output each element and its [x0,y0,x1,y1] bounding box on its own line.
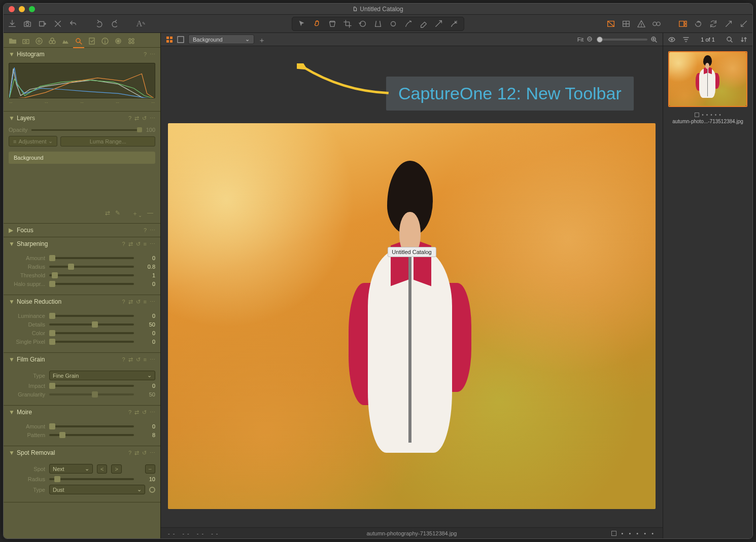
search-icon[interactable] [726,36,733,43]
grain-impact-slider[interactable] [49,385,134,387]
layer-background[interactable]: Background [9,152,155,164]
paste-adj-icon[interactable] [739,19,748,28]
adjustment-select[interactable]: ≡Adjustment⌄ [9,136,57,147]
grain-gran-slider[interactable] [49,393,134,395]
nr-det-slider[interactable] [49,323,134,326]
tab-lens-icon[interactable] [35,37,43,45]
more-icon[interactable]: ⋯ [150,356,155,363]
brush-tool-icon[interactable]: ✎ [115,209,120,218]
preset-icon[interactable]: ≡ [144,241,147,247]
help-icon[interactable]: ? [128,409,131,416]
help-icon[interactable]: ? [122,299,125,305]
more-icon[interactable]: ⋯ [150,450,155,456]
gradient-icon[interactable] [434,19,443,28]
warning-icon[interactable] [637,19,646,28]
zoom-out-icon[interactable] [587,36,594,43]
moire-header[interactable]: ▼ Moire ?⇄↺⋯ [4,406,160,419]
tab-output-icon[interactable] [114,37,122,45]
sort-icon[interactable] [740,36,747,43]
more-icon[interactable]: ⋯ [150,409,155,416]
spot-delete-button[interactable]: − [145,464,155,474]
spot-icon[interactable] [389,19,398,28]
grain-header[interactable]: ▼ Film Grain ?⇄↺≡⋯ [4,353,160,366]
spot-rad-value[interactable]: 10 [138,476,155,482]
sharp-halo-slider[interactable] [49,283,134,285]
reset-icon[interactable] [694,19,703,28]
add-layer-icon[interactable]: ＋⌄ [132,209,142,218]
refresh-icon[interactable] [709,19,718,28]
undo2-icon[interactable] [95,19,104,28]
copy-icon[interactable]: ⇄ [134,115,139,122]
tab-meta-icon[interactable] [101,37,109,45]
spot-next-select[interactable]: Next⌄ [49,464,93,474]
reject-icon[interactable] [53,19,62,28]
more-icon[interactable]: ⋯ [150,241,155,247]
help-icon[interactable]: ? [144,227,147,234]
tab-exposure-icon[interactable] [61,37,70,45]
nr-color-slider[interactable] [49,332,134,334]
reset-icon[interactable]: ↺ [142,115,147,122]
help-icon[interactable]: ? [128,450,131,456]
reset-icon[interactable]: ↺ [136,299,141,305]
sharp-amount-slider[interactable] [49,257,134,259]
more-icon[interactable]: ⋯ [150,115,155,122]
radial-icon[interactable] [450,19,459,28]
annotation-icon[interactable]: A✎ [136,19,146,28]
help-icon[interactable]: ? [144,51,147,58]
nr-lum-value[interactable]: 0 [138,313,155,319]
copy-icon[interactable]: ⇄ [134,409,139,416]
nr-lum-slider[interactable] [49,315,134,317]
crop-icon[interactable] [343,19,352,28]
spot-header[interactable]: ▼ Spot Removal ?⇄↺⋯ [4,446,160,459]
focus-mask-icon[interactable] [652,19,661,28]
redo-icon[interactable] [110,19,119,28]
select-icon[interactable] [297,19,306,28]
grain-type-select[interactable]: Fine Grain⌄ [49,371,155,380]
more-icon[interactable]: ⋯ [150,227,155,234]
sharp-threshold-slider[interactable] [49,274,134,276]
nr-sp-value[interactable]: 0 [138,339,155,345]
copy-icon[interactable]: ⇄ [128,241,133,247]
zoom-slider[interactable] [597,39,647,41]
sharp-radius-value[interactable]: 0.8 [138,264,155,270]
preset-icon[interactable]: ≡ [144,356,147,363]
spot-rad-slider[interactable] [49,478,134,480]
rotate-icon[interactable] [358,19,367,28]
histogram-header[interactable]: ▼ Histogram ?⋯ [4,48,160,61]
spot-type-select[interactable]: Dust⌄ [49,485,145,494]
capture-icon[interactable] [23,19,32,28]
zoom-in-icon[interactable] [650,36,658,43]
copy-adj-icon[interactable] [724,19,733,28]
tab-adjust-icon[interactable] [88,37,96,45]
sharp-amount-value[interactable]: 0 [138,255,155,261]
filter-icon[interactable] [682,36,690,43]
nr-sp-slider[interactable] [49,341,134,343]
nr-det-value[interactable]: 50 [138,321,155,328]
layers-header[interactable]: ▼ Layers ?⇄↺⋯ [4,112,160,125]
tab-details-icon[interactable] [75,37,83,45]
more-icon[interactable]: ⋯ [150,51,155,58]
help-icon[interactable]: ? [128,115,131,122]
moire-pat-slider[interactable] [49,434,134,436]
nr-header[interactable]: ▼ Noise Reduction ?⇄↺≡⋯ [4,295,160,308]
help-icon[interactable]: ? [122,356,125,363]
exposure-warn-icon[interactable] [606,19,615,28]
keystone-icon[interactable] [373,19,383,28]
single-view-icon[interactable] [177,36,184,43]
luma-range-button[interactable]: Luma Range... [60,136,155,147]
undo-icon[interactable] [68,19,78,28]
pan-icon[interactable] [313,19,322,28]
browser-thumbnail[interactable] [668,51,747,107]
loupe-icon[interactable] [328,19,337,28]
tab-color-icon[interactable] [48,37,56,45]
mask-erase-icon[interactable] [419,19,428,28]
viewer-image[interactable] [168,123,656,509]
help-icon[interactable]: ? [122,241,125,247]
sharp-radius-slider[interactable] [49,266,134,268]
tab-library-icon[interactable] [9,37,17,45]
remove-layer-icon[interactable]: — [147,209,153,218]
sharp-threshold-value[interactable]: 1 [138,272,155,278]
multi-view-icon[interactable] [166,36,173,43]
preset-icon[interactable]: ≡ [144,299,147,305]
eye-icon[interactable] [668,36,675,43]
